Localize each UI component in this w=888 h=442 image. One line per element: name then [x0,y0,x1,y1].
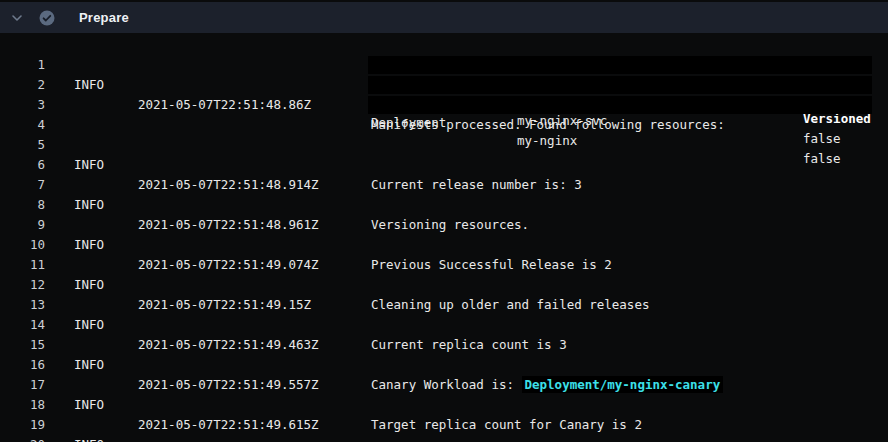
log-line: 15 INFO 2021-05-07T22:51:49.557Z [0,315,888,335]
log-line: 6 Current release number is: 3 [0,135,888,155]
check-circle-icon [39,10,55,26]
log-line: 10 Previous Successful Release is 2 [0,215,888,235]
log-line: 8 Versioning resources. [0,175,888,195]
log-level: INFO [74,435,104,442]
log-line: 16 Canary Workload is: Deployment/my-ngi… [0,335,888,355]
resource-table-row: Deployment my-nginx false [368,96,872,114]
chevron-down-icon[interactable] [9,10,25,26]
log-line: 11 INFO 2021-05-07T22:51:49.15Z [0,235,888,255]
step-title: Prepare [79,10,129,25]
log-line: 17 INFO 2021-05-07T22:51:49.615Z [0,355,888,375]
log-line: 14 Current replica count is 3 [0,295,888,315]
log-viewer: 1 INFO 2021-05-07T22:51:48.86Z Manifests… [0,35,888,442]
log-line: 9 INFO 2021-05-07T22:51:49.074Z [0,195,888,215]
log-line: 3 Service my-nginx-svc false [0,75,888,95]
resource-table-header-row: Kind Name Versioned [368,56,872,74]
log-line: 7 INFO 2021-05-07T22:51:48.961Z [0,155,888,175]
log-line: 4 Deployment my-nginx false [0,95,888,115]
step-header[interactable]: Prepare [0,2,888,33]
log-line: 2 Kind Name Versioned [0,55,888,75]
log-line: 1 INFO 2021-05-07T22:51:48.86Z Manifests… [0,35,888,55]
log-line: 18 Target replica count for Canary is 2 [0,375,888,395]
log-line: 5 INFO 2021-05-07T22:51:48.914Z [0,115,888,135]
log-line: 13 INFO 2021-05-07T22:51:49.463Z [0,275,888,295]
log-line: 19 INFO 2021-05-07T22:51:49.659Z [0,395,888,415]
line-number[interactable]: 20 [0,435,45,442]
log-line: 20 Done. [0,415,888,435]
resource-table-row: Service my-nginx-svc false [368,76,872,94]
log-line: 12 Cleaning up older and failed releases [0,255,888,275]
